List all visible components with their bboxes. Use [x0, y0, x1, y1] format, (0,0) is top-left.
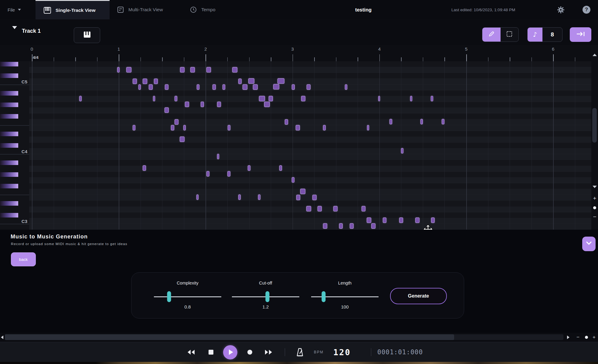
- slider-thumb[interactable]: [265, 291, 269, 302]
- midi-note[interactable]: [183, 125, 186, 130]
- midi-note[interactable]: [269, 96, 273, 101]
- vertical-scrollbar-thumb[interactable]: [592, 108, 597, 143]
- slider-thumb[interactable]: [167, 291, 171, 302]
- scroll-left-icon[interactable]: [1, 333, 3, 342]
- back-button[interactable]: back: [11, 252, 36, 266]
- midi-note[interactable]: [362, 206, 365, 211]
- midi-note[interactable]: [350, 223, 354, 229]
- midi-note[interactable]: [143, 79, 147, 84]
- midi-note[interactable]: [296, 195, 300, 200]
- midi-note[interactable]: [339, 223, 343, 229]
- midi-note[interactable]: [259, 96, 265, 101]
- midi-note[interactable]: [180, 67, 185, 72]
- midi-note[interactable]: [190, 67, 195, 72]
- midi-note[interactable]: [175, 96, 177, 101]
- midi-note[interactable]: [383, 217, 386, 223]
- midi-note[interactable]: [197, 84, 199, 90]
- midi-note[interactable]: [201, 102, 204, 107]
- piano-key-F#4[interactable]: [0, 114, 18, 119]
- rewind-button[interactable]: [186, 342, 196, 362]
- piano-key-D#5[interactable]: [0, 62, 18, 66]
- record-button[interactable]: [245, 342, 254, 362]
- midi-note[interactable]: [232, 67, 237, 72]
- slider-track[interactable]: [154, 296, 221, 297]
- midi-note[interactable]: [185, 102, 189, 107]
- midi-note[interactable]: [345, 84, 347, 90]
- piano-key-F#3[interactable]: [0, 184, 18, 188]
- tab-multi-track-view[interactable]: Multi-Track View: [117, 0, 182, 19]
- midi-note[interactable]: [292, 84, 295, 90]
- piano-key-A#4[interactable]: [0, 91, 18, 96]
- scroll-up-icon[interactable]: [593, 49, 597, 54]
- midi-note[interactable]: [253, 84, 258, 90]
- slider-thumb[interactable]: [322, 291, 326, 302]
- midi-note[interactable]: [401, 148, 403, 153]
- fast-forward-button[interactable]: [263, 342, 274, 362]
- midi-note[interactable]: [238, 79, 242, 84]
- midi-note[interactable]: [378, 96, 380, 101]
- midi-note[interactable]: [258, 194, 260, 200]
- play-button[interactable]: [223, 342, 237, 362]
- midi-note[interactable]: [300, 189, 305, 194]
- midi-note[interactable]: [442, 119, 444, 124]
- midi-note[interactable]: [143, 165, 146, 171]
- midi-note[interactable]: [312, 195, 317, 200]
- grid-clip[interactable]: C5C4C3: [0, 61, 591, 230]
- midi-note[interactable]: [238, 194, 241, 200]
- midi-note[interactable]: [318, 206, 322, 211]
- jump-to-end-button[interactable]: [570, 27, 591, 42]
- zoom-out-horizontal-icon[interactable]: −: [576, 333, 579, 342]
- midi-note[interactable]: [248, 165, 250, 171]
- zoom-reset-horizontal-icon[interactable]: [585, 333, 588, 342]
- midi-note[interactable]: [223, 84, 225, 90]
- midi-note[interactable]: [264, 102, 270, 107]
- midi-note[interactable]: [243, 84, 247, 90]
- midi-note[interactable]: [126, 67, 131, 72]
- metronome-button[interactable]: [294, 342, 305, 362]
- midi-note[interactable]: [307, 84, 311, 90]
- midi-note[interactable]: [415, 217, 420, 223]
- midi-note[interactable]: [323, 125, 326, 130]
- midi-note[interactable]: [323, 223, 327, 229]
- horizontal-scrollbar-track[interactable]: [5, 334, 563, 340]
- midi-note[interactable]: [279, 165, 282, 171]
- midi-note[interactable]: [133, 79, 137, 84]
- horizontal-scrollbar-thumb[interactable]: [5, 334, 454, 340]
- midi-note[interactable]: [138, 84, 141, 90]
- midi-note[interactable]: [154, 79, 158, 84]
- piano-key-C#3[interactable]: [0, 213, 18, 217]
- horizontal-scrollbar[interactable]: − +: [0, 333, 598, 342]
- midi-note[interactable]: [227, 171, 230, 177]
- instrument-piano-button[interactable]: [74, 27, 100, 43]
- midi-note[interactable]: [296, 125, 300, 130]
- piano-key-C#5[interactable]: [0, 73, 18, 78]
- midi-note[interactable]: [389, 119, 392, 124]
- zoom-reset-icon[interactable]: [593, 206, 596, 209]
- midi-note[interactable]: [165, 84, 168, 90]
- midi-note[interactable]: [79, 96, 82, 101]
- collapse-panel-button[interactable]: [582, 237, 596, 251]
- note-length-button[interactable]: ♪: [528, 28, 542, 42]
- piano-key-A#3[interactable]: [0, 160, 18, 165]
- midi-note[interactable]: [248, 78, 254, 84]
- tab-tempo[interactable]: Tempo: [190, 0, 223, 19]
- marquee-select-tool-button[interactable]: [501, 28, 519, 42]
- help-icon[interactable]: ?: [583, 6, 590, 14]
- piano-key-D#4[interactable]: [0, 132, 18, 136]
- midi-note[interactable]: [133, 125, 135, 130]
- tab-single-track-view[interactable]: Single-Track View: [36, 0, 110, 19]
- slider-track[interactable]: [311, 296, 379, 297]
- midi-note[interactable]: [217, 154, 219, 159]
- piano-key-G#3[interactable]: [0, 172, 18, 177]
- piano-key-C#4[interactable]: [0, 143, 18, 148]
- scroll-down-icon[interactable]: [593, 188, 597, 194]
- midi-note[interactable]: [367, 125, 369, 130]
- midi-note[interactable]: [306, 206, 311, 211]
- timeline-ruler[interactable]: 4/4 0123456: [0, 45, 591, 61]
- midi-note[interactable]: [431, 217, 435, 223]
- piano-key-G#4[interactable]: [0, 103, 18, 107]
- stop-button[interactable]: [206, 342, 216, 362]
- bpm-value[interactable]: 120: [333, 342, 351, 362]
- zoom-in-vertical-icon[interactable]: +: [591, 195, 598, 202]
- zoom-in-horizontal-icon[interactable]: +: [593, 333, 596, 342]
